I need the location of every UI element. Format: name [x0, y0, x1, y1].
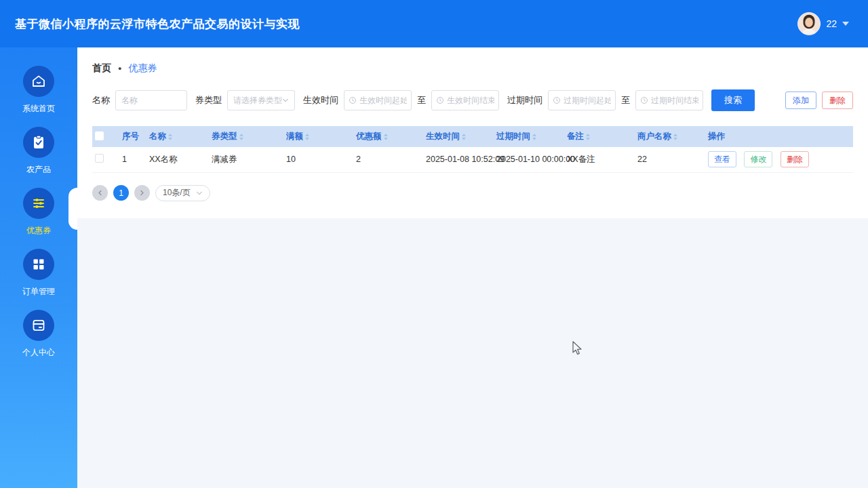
sort-icon[interactable] [586, 134, 590, 140]
sidebar-item-label: 系统首页 [22, 103, 55, 115]
pagination: 1 10条/页 [92, 185, 853, 201]
chevron-down-icon [196, 190, 203, 197]
col-index: 序号 [119, 126, 146, 147]
cell-actions: 查看 修改 删除 [705, 147, 853, 172]
select-all-checkbox[interactable] [95, 131, 104, 140]
sidebar-item-orders[interactable]: 订单管理 [0, 243, 77, 304]
clock-icon [436, 96, 444, 104]
clipboard-check-icon [23, 127, 54, 158]
page-1-button[interactable]: 1 [113, 185, 129, 201]
sliders-icon [23, 188, 54, 219]
breadcrumb: 首页 ● 优惠券 [92, 62, 853, 75]
active-indicator [68, 188, 77, 230]
effective-start-input[interactable] [359, 96, 407, 105]
breadcrumb-home[interactable]: 首页 [92, 62, 111, 75]
sort-icon[interactable] [532, 134, 536, 140]
cell-discount: 2 [353, 147, 423, 172]
cell-min-amount: 10 [283, 147, 353, 172]
type-filter-label: 券类型 [195, 94, 222, 106]
sidebar-item-home[interactable]: 系统首页 [0, 60, 77, 121]
edit-button[interactable]: 修改 [744, 151, 772, 167]
cell-name: XX名称 [146, 147, 209, 172]
home-icon [23, 66, 54, 97]
coupon-type-placeholder: 请选择券类型 [233, 95, 282, 106]
expire-end-input[interactable] [651, 96, 698, 105]
table-row: 1 XX名称 满减券 10 2 2025-01-08 10:52:09 2025… [92, 147, 853, 172]
sidebar-item-profile[interactable]: 个人中心 [0, 304, 77, 365]
effective-end-input[interactable] [447, 96, 494, 105]
expire-start-wrap [548, 90, 616, 110]
col-type[interactable]: 券类型 [209, 126, 283, 147]
sidebar: 系统首页 农产品 优惠券 [0, 47, 77, 488]
chevron-down-icon [282, 97, 289, 104]
clock-icon [640, 96, 648, 104]
breadcrumb-separator: ● [118, 65, 121, 72]
to-separator: 至 [621, 94, 630, 106]
cell-remark: XX备注 [564, 147, 635, 172]
main-content: 首页 ● 优惠券 名称 券类型 请选择券类型 生效时间 [77, 47, 868, 488]
sort-icon[interactable] [462, 134, 466, 140]
page-size-value: 10条/页 [163, 187, 191, 199]
clock-icon [553, 96, 561, 104]
expire-end-wrap [635, 90, 703, 110]
col-name[interactable]: 名称 [146, 126, 209, 147]
col-merchant[interactable]: 商户名称 [635, 126, 705, 147]
name-filter-label: 名称 [92, 94, 110, 106]
content-card: 首页 ● 优惠券 名称 券类型 请选择券类型 生效时间 [77, 47, 868, 218]
breadcrumb-current[interactable]: 优惠券 [128, 62, 157, 75]
coupon-type-select[interactable]: 请选择券类型 [227, 90, 295, 110]
view-button[interactable]: 查看 [708, 151, 736, 167]
id-card-icon [23, 310, 54, 341]
effective-filter-label: 生效时间 [303, 94, 338, 106]
sort-icon[interactable] [384, 134, 388, 140]
expire-start-input[interactable] [564, 96, 611, 105]
sidebar-item-label: 农产品 [26, 164, 51, 176]
sort-icon[interactable] [305, 134, 309, 140]
cell-type: 满减券 [209, 147, 283, 172]
grid-icon [23, 249, 54, 280]
name-input[interactable] [121, 96, 181, 105]
sidebar-item-coupons[interactable]: 优惠券 [0, 182, 77, 243]
col-remark[interactable]: 备注 [564, 126, 635, 147]
col-effective-time[interactable]: 生效时间 [423, 126, 494, 147]
filter-bar: 名称 券类型 请选择券类型 生效时间 至 [92, 89, 853, 111]
col-discount[interactable]: 优惠额 [353, 126, 423, 147]
cell-expire-time: 2025-01-10 00:00:00 [494, 147, 564, 172]
add-button[interactable]: 添加 [785, 92, 816, 109]
page-size-select[interactable]: 10条/页 [155, 185, 210, 201]
name-filter-wrap [115, 90, 187, 110]
sidebar-item-label: 优惠券 [26, 225, 51, 237]
cell-merchant: 22 [635, 147, 705, 172]
next-page-button[interactable] [134, 185, 150, 201]
coupons-table: 序号 名称 券类型 满额 优惠额 生效时间 过期时间 备注 商户名称 操作 1 … [92, 126, 853, 173]
to-separator: 至 [417, 94, 426, 106]
cell-effective-time: 2025-01-08 10:52:09 [423, 147, 494, 172]
prev-page-button[interactable] [92, 185, 108, 201]
chevron-right-icon [139, 190, 145, 196]
effective-end-wrap [431, 90, 499, 110]
chevron-down-icon [842, 22, 849, 26]
col-expire-time[interactable]: 过期时间 [494, 126, 564, 147]
row-delete-button[interactable]: 删除 [781, 151, 809, 167]
expire-filter-label: 过期时间 [507, 94, 542, 106]
sort-icon[interactable] [168, 134, 172, 140]
app-header: 基于微信小程序的云浮市特色农产品交易的设计与实现 22 [0, 0, 868, 47]
sort-icon[interactable] [673, 134, 677, 140]
effective-start-wrap [344, 90, 412, 110]
avatar[interactable] [797, 12, 821, 35]
username[interactable]: 22 [826, 18, 837, 29]
search-button[interactable]: 搜索 [711, 89, 755, 111]
sidebar-item-products[interactable]: 农产品 [0, 121, 77, 182]
sidebar-item-label: 订单管理 [22, 286, 55, 298]
sidebar-item-label: 个人中心 [22, 347, 55, 359]
table-header-row: 序号 名称 券类型 满额 优惠额 生效时间 过期时间 备注 商户名称 操作 [92, 126, 853, 147]
user-menu[interactable]: 22 [797, 12, 849, 35]
row-checkbox[interactable] [95, 154, 104, 163]
clock-icon [349, 96, 357, 104]
col-actions: 操作 [705, 126, 853, 147]
col-min-amount[interactable]: 满额 [283, 126, 353, 147]
cell-index: 1 [119, 147, 146, 172]
app-title: 基于微信小程序的云浮市特色农产品交易的设计与实现 [15, 16, 300, 32]
delete-button[interactable]: 删除 [822, 92, 853, 109]
sort-icon[interactable] [239, 134, 243, 140]
